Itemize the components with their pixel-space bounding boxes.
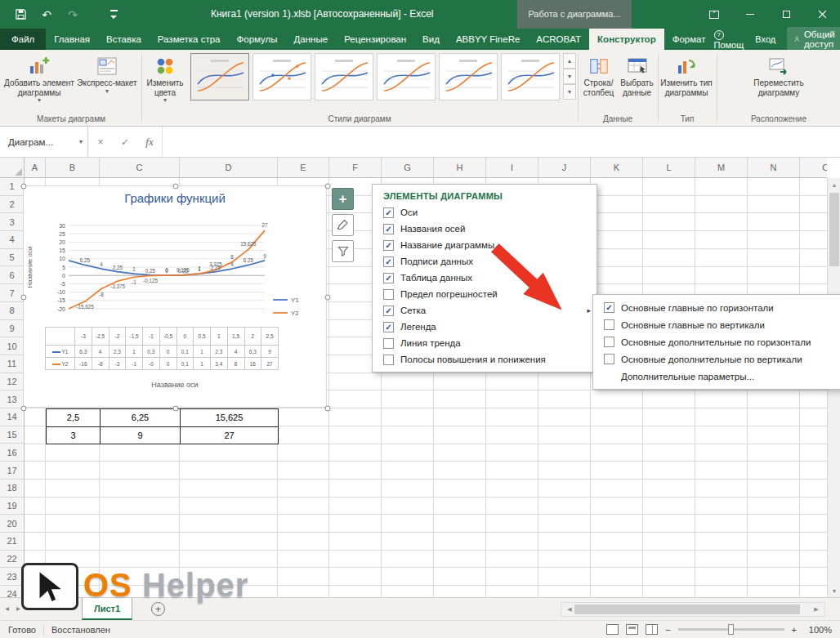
ribbon-tab-home[interactable]: Главная (46, 29, 98, 50)
horizontal-scrollbar[interactable]: ◀ ▶ (561, 602, 825, 617)
chart-element-item-2[interactable]: ✓Название диаграммы (373, 237, 596, 253)
ribbon-tab-formulas[interactable]: Формулы (229, 29, 286, 50)
row-header-23[interactable]: 23 (0, 568, 24, 586)
ribbon-tab-page-layout[interactable]: Разметка стра (150, 29, 229, 50)
column-header-F[interactable]: F (329, 158, 382, 177)
cell-B15[interactable]: 3 (46, 426, 101, 445)
move-chart-button[interactable]: Переместить диаграмму (744, 51, 814, 110)
chart-style-thumbnail-5[interactable] (439, 53, 498, 100)
checkbox-checked[interactable]: ✓ (383, 224, 394, 234)
column-header-J[interactable]: J (538, 158, 591, 177)
sheet-nav-right-icon[interactable]: ▸ (16, 604, 20, 613)
chart-element-item-4[interactable]: ✓Таблица данных (373, 270, 596, 286)
checkbox-checked[interactable]: ✓ (383, 306, 394, 316)
ribbon-tab-acrobat[interactable]: ACROBAT (528, 29, 589, 50)
chart-selection-handle[interactable] (173, 406, 179, 412)
row-header-10[interactable]: 10 (0, 337, 24, 355)
chart-x-axis-title[interactable]: Название оси (24, 381, 326, 389)
select-data-button[interactable]: Выбрать данные (618, 51, 656, 110)
chart-selection-handle[interactable] (325, 295, 331, 301)
column-header-C[interactable]: C (100, 158, 180, 177)
cell-B14[interactable]: 2,5 (46, 408, 101, 427)
gallery-down-button[interactable]: ▾ (563, 69, 576, 84)
add-chart-element-button[interactable]: Добавить элемент диаграммы ▾ (2, 51, 77, 110)
chart-selection-handle[interactable] (173, 184, 179, 190)
row-header-17[interactable]: 17 (0, 462, 24, 480)
scroll-down-button[interactable]: ▼ (828, 584, 840, 597)
row-header-11[interactable]: 11 (0, 355, 24, 373)
scroll-up-button[interactable]: ▲ (828, 178, 840, 191)
ribbon-display-options-button[interactable]: ⌃ (696, 0, 732, 29)
gridlines-item-2[interactable]: Основные дополнительные по горизонтали (593, 333, 840, 350)
chart-title[interactable]: Графики функций (24, 191, 326, 205)
ribbon-tab-design[interactable]: Конструктор (589, 29, 664, 50)
chart-element-item-9[interactable]: Полосы повышения и понижения (373, 351, 596, 368)
checkbox[interactable] (383, 355, 394, 365)
chart-selection-handle[interactable] (21, 406, 27, 412)
column-header-K[interactable]: K (591, 158, 643, 177)
column-header-H[interactable]: H (434, 158, 486, 177)
horizontal-scroll-thumb[interactable] (574, 605, 800, 614)
share-button[interactable]: Общий доступ (787, 27, 840, 51)
scroll-right-button[interactable]: ▶ (810, 603, 823, 616)
checkbox-checked[interactable]: ✓ (383, 207, 394, 218)
row-header-18[interactable]: 18 (0, 480, 24, 497)
chart-styles-button[interactable] (332, 214, 354, 236)
sheet-nav-left-icon[interactable]: ◂ (5, 604, 9, 613)
switch-row-column-button[interactable]: Строка/ столбец (579, 51, 618, 110)
chart-style-thumbnail-6[interactable] (501, 53, 560, 100)
formula-input[interactable] (163, 127, 840, 157)
redo-button[interactable]: ↷ (65, 7, 80, 22)
chart-elements-button[interactable]: + (332, 188, 354, 210)
column-header-M[interactable]: M (695, 158, 748, 177)
column-header-B[interactable]: B (46, 158, 100, 177)
normal-view-icon[interactable] (606, 624, 619, 635)
row-header-12[interactable]: 12 (0, 373, 24, 391)
row-header-2[interactable]: 2 (0, 196, 24, 214)
checkbox-checked[interactable]: ✓ (604, 302, 614, 313)
ribbon-tab-review[interactable]: Рецензирован (336, 29, 414, 50)
cell-D15[interactable]: 27 (180, 426, 279, 445)
chart-element-item-7[interactable]: ✓Легенда (373, 319, 596, 335)
checkbox-checked[interactable]: ✓ (383, 322, 394, 332)
row-header-4[interactable]: 4 (0, 231, 24, 249)
zoom-level[interactable]: 100% (804, 625, 832, 635)
chart-selection-handle[interactable] (325, 184, 331, 190)
chart-object[interactable]: Графики функций 302520151050-5-10-15-206… (23, 185, 327, 408)
column-header-O[interactable]: O (800, 158, 827, 177)
column-header-L[interactable]: L (643, 158, 695, 177)
change-colors-button[interactable]: Изменить цвета ▾ (143, 51, 187, 110)
quick-layout-button[interactable]: Экспресс-макет ▾ (77, 51, 137, 110)
change-chart-type-button[interactable]: Изменить тип диаграммы (659, 51, 713, 110)
row-header-20[interactable]: 20 (0, 515, 24, 533)
chart-element-item-8[interactable]: Линия тренда (373, 335, 596, 351)
ribbon-tab-insert[interactable]: Вставка (98, 29, 150, 50)
close-button[interactable] (804, 0, 840, 29)
chart-element-item-0[interactable]: ✓Оси (373, 204, 596, 221)
ribbon-tab-view[interactable]: Вид (414, 29, 448, 50)
status-recovered[interactable]: Восстановлен (51, 625, 110, 635)
checkbox-checked[interactable]: ✓ (383, 273, 394, 283)
select-all-button[interactable] (0, 158, 25, 177)
row-header-13[interactable]: 13 (0, 390, 24, 408)
page-layout-view-icon[interactable] (626, 624, 638, 635)
page-break-view-icon[interactable] (646, 624, 658, 635)
ribbon-tab-format[interactable]: Формат (664, 29, 714, 50)
save-button[interactable] (13, 7, 28, 22)
chart-element-item-1[interactable]: ✓Названия осей (373, 221, 596, 237)
column-header-N[interactable]: N (748, 158, 800, 177)
chart-selection-handle[interactable] (21, 184, 27, 190)
gridlines-item-0[interactable]: ✓Основные главные по горизонтали (593, 299, 840, 316)
maximize-button[interactable] (768, 0, 804, 29)
gridlines-item-3[interactable]: Основные дополнительные по вертикали (593, 350, 840, 368)
column-header-E[interactable]: E (278, 158, 329, 177)
cell-C14[interactable]: 6,25 (100, 408, 181, 427)
zoom-slider-thumb[interactable] (728, 624, 734, 635)
column-header-G[interactable]: G (382, 158, 434, 177)
chart-style-thumbnail-2[interactable] (252, 53, 311, 100)
chart-selection-handle[interactable] (21, 295, 27, 301)
checkbox[interactable] (383, 289, 394, 300)
zoom-out-button[interactable]: − (665, 625, 670, 635)
row-header-15[interactable]: 15 (0, 426, 24, 444)
column-header-A[interactable]: A (25, 158, 46, 177)
